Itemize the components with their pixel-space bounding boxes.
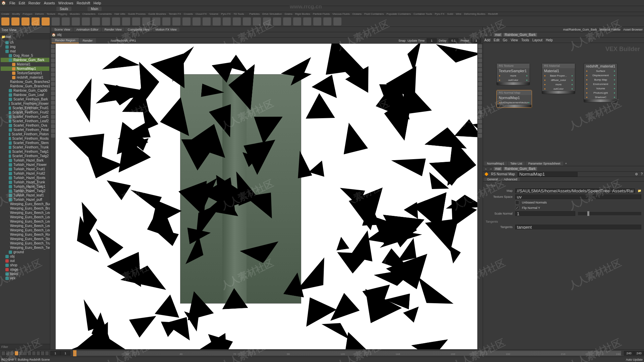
shelf-tool-ambient-light[interactable] [293, 17, 301, 26]
forward-icon[interactable]: → [489, 33, 492, 37]
net-menu-add[interactable]: Add [484, 38, 490, 42]
node-port[interactable]: ●more● [542, 82, 575, 87]
shelf-group-label[interactable]: Guide Process [128, 12, 146, 15]
tab-motion-fx[interactable]: Motion FX View [153, 28, 179, 32]
tree-item[interactable]: Weeping_Euro_Beech_Leaf2 [1, 215, 49, 219]
shelf-tool-indirect-light[interactable] [283, 17, 291, 26]
shelf-group-label[interactable]: Guide Brushes [148, 12, 166, 15]
tspace-input[interactable] [515, 194, 641, 199]
net-menu-view[interactable]: View [511, 38, 518, 42]
tree-item[interactable]: Scarlet_Firethorn_Fruit1 [1, 106, 49, 110]
tree-item[interactable]: Turkish_Hazel_Fruit1 [1, 167, 49, 171]
tab-anim-editor[interactable]: Animation Editor [73, 28, 101, 32]
shelf-tool-geometry-light[interactable] [223, 17, 231, 26]
node-port[interactable]: ●Volume● [584, 86, 617, 91]
viewport-tool-icon[interactable] [478, 58, 482, 62]
shelf-tool-environment-light[interactable] [243, 17, 251, 26]
shelf-tool-caustic-light[interactable] [273, 17, 281, 26]
node-port[interactable]: ●Bump Map● [584, 78, 617, 82]
param-node-name[interactable] [518, 172, 578, 177]
delay-input[interactable] [448, 38, 459, 43]
node-port[interactable]: ●Environment● [584, 82, 617, 86]
viewport-tool-icon[interactable] [51, 129, 55, 133]
shelf-group-label[interactable]: Modify [12, 12, 20, 15]
scale-slider-handle[interactable] [587, 211, 589, 216]
shelf-group-label[interactable]: Particle Fluids [313, 12, 330, 15]
viewport-tool-icon[interactable] [51, 87, 55, 91]
tree-item[interactable]: tasks [1, 272, 49, 276]
shelf-tool-spray-paint[interactable] [102, 17, 110, 26]
file-chooser-icon[interactable]: 📁 [638, 189, 641, 192]
node-port[interactable]: ●more● [497, 74, 530, 78]
tree-item[interactable]: shop [1, 263, 49, 267]
graph-node[interactable]: RS MaterialMaterial1●Base Proper...●●dif… [542, 63, 575, 94]
shelf-tool-metaball[interactable] [132, 17, 140, 26]
tree-item[interactable]: Material1 [1, 62, 49, 66]
play-forward-icon[interactable] [19, 351, 23, 356]
tree-item[interactable]: Weeping_Euro_Beech_Leaf5 [1, 228, 49, 232]
shelf-tool-ray[interactable] [142, 17, 150, 26]
shelf-group-label[interactable]: Drive Simulation [262, 12, 282, 15]
viewport-tool-icon[interactable] [51, 134, 55, 138]
tree-item[interactable]: Scarlet_Firethorn_Ova [1, 123, 49, 128]
shelf-group-label[interactable]: Oceans [352, 12, 362, 15]
viewport-tool-icon[interactable] [51, 105, 55, 109]
viewport-tool-icon[interactable] [51, 58, 55, 62]
tree-item[interactable]: Weeping_Euro_Beech_Bud [1, 202, 49, 206]
frame-input[interactable] [50, 351, 60, 356]
tree-item[interactable]: Weeping_Euro_Beech_Twig [1, 245, 49, 250]
shelf-group-label[interactable]: Redshift [488, 12, 498, 15]
menu-file[interactable]: File [9, 1, 15, 5]
tree-item[interactable]: Weeping_Euro_Beech_Leaf4 [1, 224, 49, 228]
tree-item[interactable]: out [1, 259, 49, 263]
tree-item[interactable]: TextureSampler1 [1, 71, 49, 75]
shelf-tool-grid[interactable] [42, 17, 50, 26]
node-port[interactable]: ●PhotonLight● [584, 91, 617, 95]
param-tab-take[interactable]: Take List [508, 162, 525, 166]
tree-item[interactable]: stage [1, 267, 49, 272]
tree-item[interactable]: vex [1, 276, 49, 280]
viewport-tool-icon[interactable] [478, 49, 482, 53]
shelf-tool-spot-light[interactable] [203, 17, 211, 26]
tab-scene-view[interactable]: Scene View [52, 28, 73, 32]
tree-item[interactable]: Rainbow_Gum_Leaf [1, 93, 49, 97]
scale-input[interactable] [515, 211, 575, 216]
viewport-tool-icon[interactable] [51, 77, 55, 81]
shelf-tool-gi-light[interactable] [303, 17, 311, 26]
node-port[interactable]: ●ShadowC● [584, 95, 617, 99]
tree-item[interactable]: ground [1, 250, 49, 254]
tree-item[interactable]: Turkish_Hazel_leaf1 [1, 193, 49, 197]
tree-item[interactable]: Weeping_Euro_Beech_Leaf3 [1, 219, 49, 224]
asset-browser-tab[interactable]: Asset Browser [623, 28, 643, 31]
shelf-group-label[interactable]: Hair Utils [114, 12, 125, 15]
param-tab-node[interactable]: NormalMap1 [484, 162, 507, 166]
shelf-group-label[interactable]: TD Tools [233, 12, 244, 15]
shelf-group-label[interactable]: Particles [249, 12, 260, 15]
material-palette-tab[interactable]: Material Palette [599, 28, 621, 31]
tree-item[interactable]: Scarlet_Firethorn_Petal [1, 128, 49, 132]
viewport-tool-icon[interactable] [51, 73, 55, 77]
tree-item[interactable]: NormalMap1 [1, 66, 49, 71]
shelf-group-label[interactable]: Solid [447, 12, 453, 15]
menu-windows[interactable]: Windows [58, 1, 73, 5]
home-icon[interactable]: 🏠 [52, 33, 56, 37]
subtab-advanced[interactable]: Advanced [501, 178, 520, 181]
viewport-tool-icon[interactable] [478, 134, 482, 138]
auto-update-toggle[interactable]: Auto Update [626, 358, 643, 361]
net-menu-tools[interactable]: Tools [521, 38, 529, 42]
tree-item[interactable]: Turkish_Hazel_Flower [1, 163, 49, 167]
go-start-icon[interactable] [1, 351, 5, 356]
shelf-group-label[interactable]: Characters [82, 12, 95, 15]
viewport-tool-icon[interactable] [478, 91, 482, 95]
menu-redshift[interactable]: Redshift [76, 1, 90, 5]
viewport-tool-icon[interactable] [51, 44, 55, 48]
node-port[interactable]: ●outColor● [497, 78, 530, 82]
shelf-tool-file[interactable] [172, 17, 180, 26]
play-back-icon[interactable] [10, 351, 14, 356]
viewport-tool-icon[interactable] [51, 82, 55, 86]
net-menu-help[interactable]: Help [546, 38, 553, 42]
tree-item[interactable]: Weeping_Euro_Beech_Stalk [1, 237, 49, 241]
render-rop-path[interactable]: /out/Redshift_IPR1 [111, 39, 136, 42]
viewport-tool-icon[interactable] [51, 110, 55, 114]
viewport-tool-icon[interactable] [51, 120, 55, 124]
